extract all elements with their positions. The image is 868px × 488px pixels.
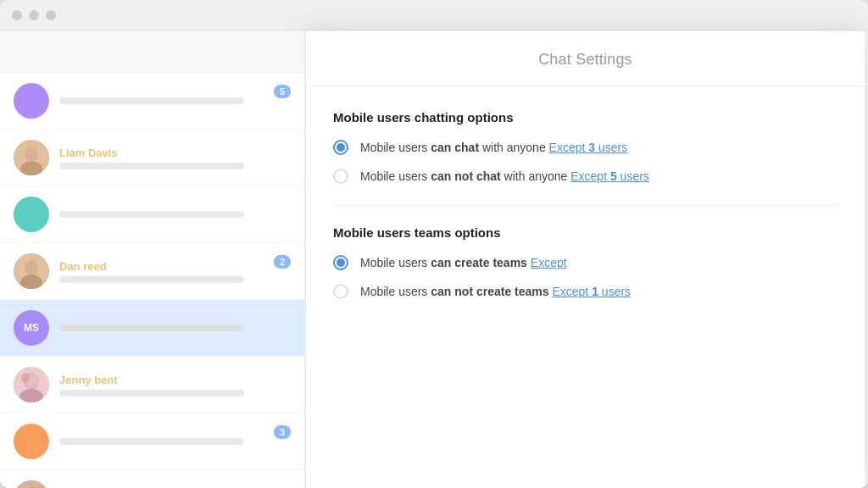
modal-body: Mobile users chatting options Mobile use… <box>306 86 865 488</box>
avatar-purple <box>14 83 49 119</box>
sidebar-item-dan[interactable]: Dan reed 2 <box>0 243 304 300</box>
bold-text: can chat <box>431 141 479 154</box>
sidebar-item-text <box>59 211 291 218</box>
traffic-light-close[interactable] <box>12 10 22 20</box>
avatar-liam2 <box>14 480 49 488</box>
sidebar-item-text: Dan reed <box>59 260 291 283</box>
sidebar-name: Dan reed <box>59 260 291 273</box>
bold-text: can not chat <box>431 169 500 183</box>
avatar-liam <box>14 140 49 175</box>
svg-point-12 <box>21 373 30 383</box>
traffic-light-maximize[interactable] <box>46 10 56 20</box>
sidebar-item-teal[interactable] <box>0 186 304 243</box>
sidebar-search-area <box>0 30 304 73</box>
badge-count: 3 <box>274 425 291 439</box>
bold-text: can create teams <box>431 256 527 269</box>
svg-point-7 <box>25 262 37 274</box>
teams-section-title: Mobile users teams options <box>333 225 837 240</box>
except-link-2[interactable]: Except 5 users <box>570 169 649 183</box>
main-content: 5 Liam Davis <box>0 30 868 488</box>
avatar-dan-svg <box>14 253 49 289</box>
sidebar-item-orange[interactable]: 3 <box>0 413 304 470</box>
text-before: Mobile users <box>360 285 431 298</box>
chat-option-1[interactable]: Mobile users can chat with anyone Except… <box>333 140 837 155</box>
sidebar-preview <box>59 163 244 169</box>
avatar-teal <box>14 197 49 232</box>
traffic-light-minimize[interactable] <box>29 10 39 20</box>
sidebar-name: Jenny bent <box>59 374 291 386</box>
svg-point-3 <box>25 148 37 160</box>
sidebar-item-text <box>59 438 291 445</box>
except-link-3[interactable]: Except <box>531 256 567 269</box>
chat-settings-modal: Chat Settings Mobile users chatting opti… <box>305 30 865 488</box>
except-link-1[interactable]: Except 3 users <box>549 141 628 154</box>
radio-inner <box>337 258 345 267</box>
option-text-teams-2: Mobile users can not create teams Except… <box>360 285 837 298</box>
teams-option-1[interactable]: Mobile users can create teams Except <box>333 255 837 270</box>
radio-chat-2[interactable] <box>333 169 348 184</box>
modal-title: Chat Settings <box>538 51 632 68</box>
sidebar: 5 Liam Davis <box>0 30 305 488</box>
titlebar <box>0 0 868 30</box>
sidebar-preview <box>59 390 244 396</box>
radio-teams-2[interactable] <box>333 284 348 299</box>
sidebar-preview <box>59 276 244 283</box>
text-after: with anyone <box>501 169 571 183</box>
badge-count: 5 <box>274 85 291 98</box>
avatar-face-svg <box>14 140 49 175</box>
sidebar-item-jenny[interactable]: Jenny bent <box>0 357 304 413</box>
radio-inner <box>337 143 345 152</box>
sidebar-preview <box>59 324 244 331</box>
sidebar-item-text <box>59 97 291 104</box>
sidebar-preview <box>59 211 244 218</box>
option-text-chat-2: Mobile users can not chat with anyone Ex… <box>360 169 837 183</box>
avatar-liam2-svg <box>14 480 49 488</box>
chat-option-2[interactable]: Mobile users can not chat with anyone Ex… <box>333 169 837 184</box>
modal-header: Chat Settings <box>306 30 865 86</box>
option-text-chat-1: Mobile users can chat with anyone Except… <box>360 141 837 154</box>
option-text-teams-1: Mobile users can create teams Except <box>360 256 837 269</box>
text-after: with anyone <box>479 141 549 154</box>
chatting-section-title: Mobile users chatting options <box>333 110 837 125</box>
text-before: Mobile users <box>360 141 431 154</box>
section-divider <box>333 204 837 205</box>
radio-teams-1[interactable] <box>333 255 348 270</box>
avatar-orange <box>14 424 49 459</box>
text-before: Mobile users <box>360 256 431 269</box>
sidebar-item-text: Liam Davis <box>59 147 291 169</box>
radio-chat-1[interactable] <box>333 140 348 155</box>
avatar-dan <box>14 253 49 289</box>
sidebar-item-1[interactable]: 5 <box>0 73 304 130</box>
text-before: Mobile users <box>360 169 431 183</box>
avatar-ms: MS <box>14 310 49 346</box>
avatar-jenny-svg <box>14 367 49 402</box>
except-link-4[interactable]: Except 1 users <box>552 285 631 298</box>
bold-text: can not create teams <box>431 285 548 298</box>
svg-point-13 <box>14 480 49 488</box>
sidebar-preview <box>59 438 244 445</box>
badge-count: 2 <box>274 255 291 269</box>
teams-option-2[interactable]: Mobile users can not create teams Except… <box>333 284 837 299</box>
sidebar-item-liam[interactable]: Liam Davis <box>0 130 304 186</box>
sidebar-item-ms[interactable]: MS <box>0 300 304 357</box>
avatar-jenny <box>14 367 49 402</box>
app-window: 5 Liam Davis <box>0 0 868 488</box>
sidebar-name: Liam Davis <box>59 147 291 159</box>
sidebar-item-text: Jenny bent <box>59 374 291 396</box>
sidebar-item-liam2[interactable]: Liam Davis <box>0 470 304 488</box>
sidebar-preview <box>59 97 244 104</box>
sidebar-item-text <box>59 324 291 331</box>
